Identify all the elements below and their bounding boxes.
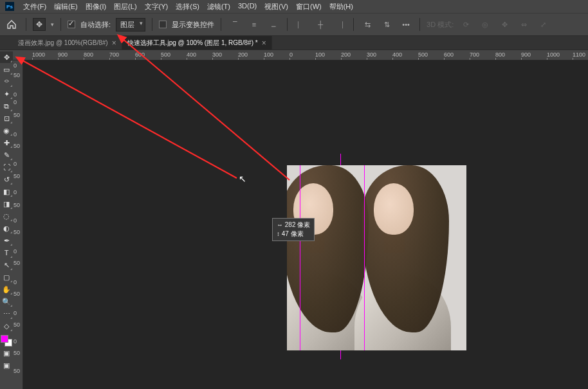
screen-mode-icon[interactable]: ▣ — [0, 359, 13, 371]
menu-item[interactable]: 帮助(H) — [326, 1, 357, 13]
rectangle-tool[interactable]: ▢ — [0, 271, 13, 283]
eraser-tool[interactable]: ◧ — [0, 186, 13, 197]
ruler-tick: 0 — [14, 91, 17, 98]
ruler-vertical[interactable]: 050005005005005005005005005005050 — [13, 60, 23, 389]
guide-line[interactable] — [364, 165, 365, 350]
divider — [26, 18, 26, 31]
type-tool[interactable]: T — [0, 247, 13, 258]
frame-tool[interactable]: ⊡ — [0, 113, 13, 124]
move-tool[interactable]: ✥ — [0, 51, 13, 63]
ruler-tick: 50 — [14, 112, 20, 118]
ruler-tick: 0 — [14, 161, 17, 167]
menu-item[interactable]: 图像(I) — [82, 1, 110, 13]
menu-item[interactable]: 文字(Y) — [141, 1, 172, 13]
distribute-h[interactable]: ⇆ — [360, 17, 374, 32]
path-select-tool[interactable]: ↖ — [0, 259, 13, 271]
divider — [221, 18, 221, 31]
menu-item[interactable]: 文件(F) — [19, 1, 50, 13]
ruler-tick: 600 — [444, 51, 454, 58]
edit-toolbar[interactable]: ◇ — [0, 320, 13, 332]
divider — [419, 18, 420, 31]
lasso-tool[interactable]: ⌔ — [0, 76, 13, 87]
ruler-tick: 50 — [14, 260, 20, 266]
ruler-tick: 800 — [495, 51, 505, 58]
quick-select-tool[interactable]: ✦ — [0, 88, 13, 100]
ruler-tick: 0 — [14, 99, 17, 105]
auto-select-target[interactable]: 图层 — [116, 18, 145, 32]
show-transform-checkbox[interactable] — [159, 21, 167, 28]
blur-tool[interactable]: ◌ — [0, 210, 13, 222]
history-brush-tool[interactable]: ↺ — [0, 174, 13, 185]
align-hcenter[interactable]: ┼ — [313, 17, 327, 32]
ruler-tick: 50 — [14, 72, 20, 78]
guide-line[interactable] — [300, 165, 300, 350]
pen-tool[interactable]: ✒ — [0, 235, 13, 246]
menu-item[interactable]: 窗口(W) — [292, 1, 326, 13]
align-top[interactable]: ⎺ — [228, 17, 242, 32]
crop-tool[interactable]: ⧉ — [0, 100, 13, 112]
document-canvas[interactable] — [287, 165, 466, 350]
dodge-tool[interactable]: ◐ — [0, 222, 13, 234]
ruler-tick: 0 — [14, 62, 17, 69]
brush-tool[interactable]: ✎ — [0, 149, 13, 161]
document-tab[interactable]: 快速选择工具.jpg @ 100% (图层 1, RGB/8#) *× — [122, 36, 272, 50]
zoom-tool[interactable]: 🔍 — [0, 296, 13, 307]
ruler-tick: 400 — [392, 51, 402, 58]
align-bottom[interactable]: ⎽ — [266, 17, 280, 32]
3d-pan-icon: ✥ — [497, 17, 511, 32]
eyedropper-tool[interactable]: ◉ — [0, 125, 13, 136]
ruler-tick: 0 — [14, 338, 17, 345]
app-icon: Ps — [5, 2, 14, 11]
tab-label: 漫画效果.jpg @ 100%(RGB/8#) — [18, 39, 108, 48]
distribute-v[interactable]: ⇅ — [380, 17, 394, 32]
more-options[interactable]: ••• — [399, 17, 413, 32]
foreground-color[interactable] — [1, 335, 8, 343]
tooltip-height: ↕ 47 像素 — [277, 230, 310, 239]
3d-mode-label: 3D 模式: — [427, 20, 454, 30]
align-vcenter[interactable]: ≡ — [247, 17, 261, 32]
document-tab[interactable]: 漫画效果.jpg @ 100%(RGB/8#)× — [13, 36, 122, 50]
gradient-tool[interactable]: ◨ — [0, 198, 13, 210]
ruler-tick: 700 — [470, 51, 479, 58]
home-button[interactable] — [4, 17, 19, 32]
ellipsis-tool[interactable]: ⋯ — [0, 308, 13, 320]
current-tool-icon[interactable]: ✥ — [33, 18, 46, 31]
close-icon[interactable]: × — [262, 39, 266, 48]
ruler-tick: 800 — [84, 51, 93, 58]
menu-item[interactable]: 选择(S) — [172, 1, 203, 13]
ruler-tick: 0 — [14, 248, 17, 255]
hand-tool[interactable]: ✋ — [0, 284, 13, 295]
align-left[interactable]: ⎸ — [294, 17, 308, 32]
ruler-tick: 50 — [14, 202, 20, 208]
ruler-horizontal[interactable]: 1000900800700600500400300200100010020030… — [13, 50, 588, 60]
ruler-tick: 400 — [187, 51, 196, 58]
ruler-tick: 600 — [135, 51, 145, 58]
ruler-tick: 900 — [58, 51, 68, 58]
3d-scale-icon: ⤢ — [536, 17, 550, 32]
ruler-tick: 0 — [14, 189, 17, 195]
menu-item[interactable]: 图层(L) — [110, 1, 140, 13]
stamp-tool[interactable]: ⛶ — [0, 161, 13, 173]
auto-select-checkbox[interactable] — [68, 21, 75, 28]
ruler-tick: 200 — [238, 51, 248, 58]
menu-item[interactable]: 滤镜(T) — [203, 1, 234, 13]
close-icon[interactable]: × — [112, 39, 116, 48]
quick-mask-icon[interactable]: ▣ — [0, 347, 13, 359]
ruler-tick: 200 — [341, 51, 351, 58]
menu-item[interactable]: 编辑(E) — [50, 1, 82, 13]
marquee-tool[interactable]: ▭ — [0, 64, 13, 75]
canvas-area[interactable]: ↔ 282 像素 ↕ 47 像素 ↖ — [23, 60, 588, 389]
ruler-tick: 1000 — [32, 51, 45, 58]
menu-item[interactable]: 3D(D) — [234, 1, 261, 13]
healing-tool[interactable]: ✚ — [0, 137, 13, 149]
ruler-tick: 0 — [14, 131, 17, 138]
ruler-tick: 700 — [109, 51, 119, 58]
align-right[interactable]: ⎹ — [333, 17, 347, 32]
ruler-tick: 1000 — [547, 51, 560, 58]
ruler-tick: 900 — [521, 51, 531, 58]
menu-item[interactable]: 视图(V) — [261, 1, 292, 13]
3d-slide-icon: ⇔ — [517, 17, 531, 32]
divider — [287, 18, 288, 31]
color-swatches[interactable] — [1, 335, 12, 347]
ruler-tick: 0 — [14, 310, 17, 316]
